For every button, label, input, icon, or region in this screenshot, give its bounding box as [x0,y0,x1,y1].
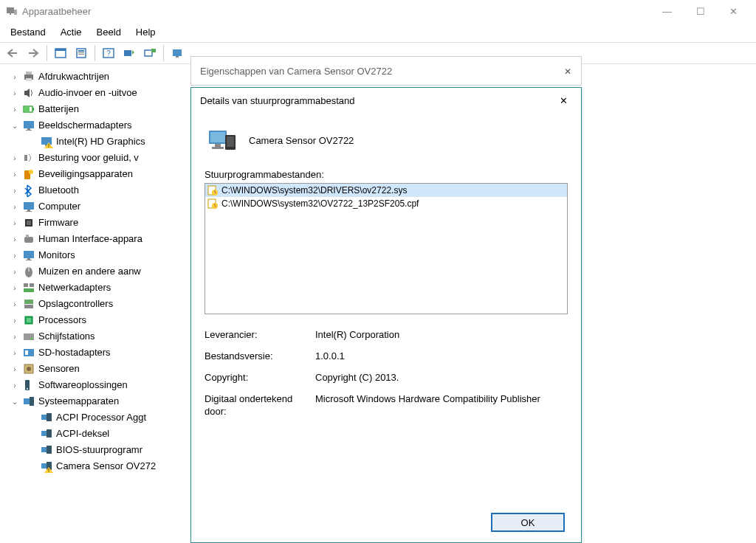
driver-files-list[interactable]: C:\WINDOWS\system32\DRIVERS\ov2722.sysC:… [205,183,568,314]
tree-arrow-icon[interactable]: › [10,300,19,308]
file-icon [207,184,219,196]
tree-arrow-icon[interactable]: › [10,219,19,227]
cpu-icon [22,314,35,327]
tree-arrow-icon[interactable]: › [10,349,19,357]
svg-point-52 [31,338,33,340]
tree-arrow-icon[interactable]: › [10,317,19,325]
forward-button[interactable] [24,44,43,62]
storage-icon [22,297,35,311]
svg-rect-44 [24,288,34,292]
tree-arrow-icon[interactable]: › [10,252,19,260]
tree-item-label: Camera Sensor OV272 [56,461,156,471]
svg-rect-32 [24,202,34,210]
tree-arrow-icon[interactable]: › [10,381,19,390]
tree-arrow-icon[interactable]: › [10,89,19,97]
tree-arrow-icon[interactable]: › [10,268,19,276]
signer-value: Microsoft Windows Hardware Compatibility… [315,393,568,418]
svg-rect-8 [78,54,84,55]
tree-item-label: ACPI-deksel [56,429,109,439]
device-header: Camera Sensor OV2722 [207,128,568,153]
driver-file-row[interactable]: C:\WINDOWS\system32\OV2722_13P2SF205.cpf [205,197,567,210]
tree-item-label: Bluetooth [38,185,79,196]
tree-arrow-icon[interactable]: › [10,73,19,81]
window-title: Apparaatbeheer [22,6,91,17]
menu-help[interactable]: Help [130,25,162,39]
tree-arrow-icon[interactable]: › [10,170,19,179]
minimize-button[interactable]: — [650,0,684,22]
tree-item-label: Sensoren [38,364,80,374]
device-name: Camera Sensor OV2722 [249,135,354,146]
sensor-icon [22,362,35,376]
svg-rect-6 [78,50,84,52]
svg-rect-29 [24,155,27,161]
svg-rect-7 [78,52,84,53]
tree-arrow-icon[interactable]: ⌄ [10,398,19,406]
sysdev-icon [40,443,53,457]
svg-rect-39 [24,251,34,258]
close-button[interactable]: ✕ [717,0,750,22]
tree-item-label: Human Interface-appara [38,234,142,244]
display-icon [22,119,35,132]
refresh-button[interactable] [140,44,159,62]
svg-rect-40 [27,258,30,260]
svg-rect-36 [27,221,31,225]
svg-rect-11 [124,50,131,56]
tree-arrow-icon[interactable]: › [10,203,19,211]
menu-actie[interactable]: Actie [55,25,88,39]
menu-bestand[interactable]: Bestand [4,25,52,39]
back-button[interactable] [3,44,22,62]
svg-text:!: ! [48,468,49,473]
menu-beeld[interactable]: Beeld [91,25,127,39]
svg-rect-37 [24,237,33,243]
svg-rect-20 [32,108,34,111]
svg-rect-22 [24,121,34,128]
svg-rect-33 [27,210,30,211]
maximize-button[interactable]: ☐ [684,0,717,22]
menubar: Bestand Actie Beeld Help [0,22,756,42]
version-value: 1.0.0.1 [315,350,568,362]
help-button[interactable]: ? [99,44,118,62]
properties-button[interactable] [72,44,91,62]
sd-icon [22,346,35,359]
show-hide-tree-button[interactable] [51,44,70,62]
copyright-value: Copyright (C) 2013. [315,372,568,383]
scan-button[interactable] [120,44,139,62]
svg-rect-72 [210,132,225,142]
svg-rect-24 [26,130,32,131]
properties-dialog-title: Eigenschappen van Camera Sensor OV2722 [200,66,392,77]
driver-file-path: C:\WINDOWS\system32\OV2722_13P2SF205.cpf [221,198,419,209]
tree-arrow-icon[interactable]: › [10,333,19,341]
hid-icon [22,232,35,246]
tree-arrow-icon[interactable]: › [10,365,19,373]
monitor-icon [22,200,35,213]
tree-arrow-icon[interactable]: › [10,154,19,162]
device-button[interactable] [168,44,187,62]
sysdev-icon [40,411,53,424]
tree-arrow-icon[interactable]: ⌄ [10,122,19,130]
svg-point-56 [27,367,31,371]
disk-icon [22,330,35,343]
monitor-icon [22,249,35,262]
bluetooth-icon [22,184,35,197]
ok-button[interactable]: OK [491,513,565,532]
tree-arrow-icon[interactable]: › [10,235,19,243]
window-titlebar: Apparaatbeheer — ☐ ✕ [0,0,756,22]
svg-rect-4 [55,49,66,51]
driver-file-row[interactable]: C:\WINDOWS\system32\DRIVERS\ov2722.sys [205,184,567,197]
driver-details-close[interactable]: ✕ [554,91,572,109]
svg-rect-66 [47,446,52,454]
tree-arrow-icon[interactable]: › [10,284,19,292]
properties-dialog: Eigenschappen van Camera Sensor OV2722 ✕ [190,56,582,86]
tree-arrow-icon[interactable]: › [10,106,19,114]
svg-rect-0 [7,7,14,13]
svg-point-58 [27,388,28,390]
copyright-label: Copyright: [205,372,315,383]
svg-text:?: ? [106,49,111,58]
svg-rect-25 [41,137,52,145]
properties-dialog-close[interactable]: ✕ [559,63,577,80]
tree-item-label: Monitors [38,250,75,260]
tree-arrow-icon[interactable]: › [10,187,19,195]
app-icon [6,5,18,17]
tree-item-label: Netwerkadapters [38,283,111,293]
svg-rect-34 [26,211,32,212]
